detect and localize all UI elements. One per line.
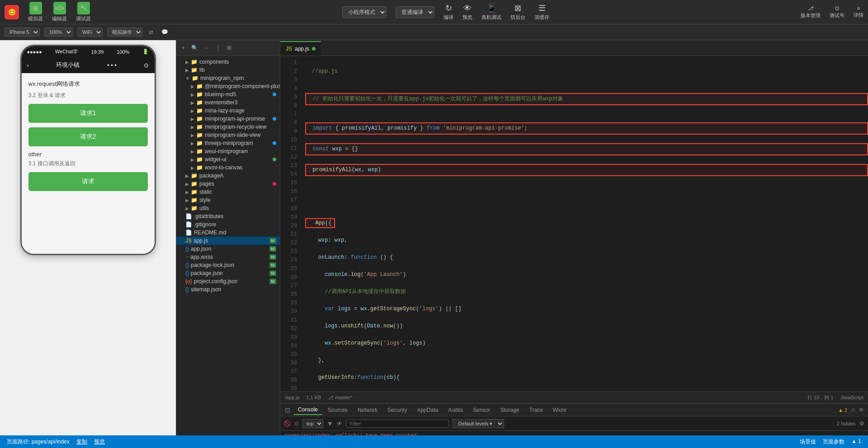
- real-device-btn[interactable]: 📱 真机调试: [481, 3, 501, 21]
- page-path-label: 页面路径: pages/api/index: [7, 438, 70, 446]
- field-value-label: 场景值: [800, 438, 816, 446]
- tree-appwxss[interactable]: ~ app.wxss M: [176, 253, 280, 261]
- dt-tab-appdata[interactable]: AppData: [412, 406, 443, 415]
- phone-panel: ●●●●● WeChat字 19:39 100% 🔋 ‹ 环境小镇 • • • …: [0, 40, 176, 448]
- dt-tab-console[interactable]: Console: [293, 405, 322, 415]
- debugger-btn[interactable]: ⛏ 调试器: [76, 2, 91, 22]
- dt-tab-network[interactable]: Network: [353, 406, 382, 415]
- tree-lib[interactable]: ▶ 📁 lib: [176, 66, 280, 74]
- mode-select[interactable]: 小程序模式: [342, 6, 387, 18]
- console-settings-btn[interactable]: ⚙: [859, 420, 864, 427]
- dt-tab-audits[interactable]: Audits: [443, 406, 467, 415]
- tab-appjs[interactable]: JS app.js: [280, 41, 321, 56]
- tree-package-lock[interactable]: {} package-lock.json M: [176, 261, 280, 269]
- zoom-select[interactable]: 100%: [44, 28, 73, 37]
- console-filter-input[interactable]: [346, 420, 449, 428]
- file-size: 1.1 KB: [306, 395, 321, 400]
- tree-appjson[interactable]: {} app.json M: [176, 245, 280, 253]
- editor-btn[interactable]: </> 编辑器: [52, 2, 67, 22]
- tree-component-plus[interactable]: ▶ 📁 @miniprogram-component-plus: [176, 82, 280, 90]
- console-context-select[interactable]: top: [302, 419, 323, 428]
- tree-api-promise[interactable]: ▶ 📁 miniprogram-api-promise: [176, 115, 280, 123]
- dt-tab-wxml[interactable]: Wxml: [548, 406, 571, 415]
- operation-select[interactable]: 模拟操作: [107, 28, 142, 37]
- detail-btn[interactable]: ≡ 详情: [854, 5, 863, 19]
- dt-tab-sensor[interactable]: Sensor: [469, 406, 495, 415]
- more-file-btn[interactable]: ···: [203, 44, 211, 52]
- error-icon: ⚠: [851, 407, 855, 413]
- file-tree-panel: + 🔍 ··· ⋮ ⊞ ▶ 📁 components ▶ 📁 lib: [176, 40, 280, 448]
- tree-blueimp[interactable]: ▶ 📁 blueimp-md5: [176, 90, 280, 98]
- tree-sitemap[interactable]: {} sitemap.json: [176, 285, 280, 294]
- tree-gitignore[interactable]: 📄 .gitignore: [176, 220, 280, 229]
- tree-filter-btn[interactable]: ⊞: [225, 44, 233, 52]
- cut-btn[interactable]: ⊠ 切后台: [510, 3, 525, 21]
- tree-slide-view[interactable]: ▶ 📁 miniprogram-slide-view: [176, 131, 280, 139]
- tree-mina-lazy[interactable]: ▶ 📁 mina-lazy-image: [176, 107, 280, 115]
- tree-components[interactable]: ▶ 📁 components: [176, 58, 280, 66]
- rotate-btn[interactable]: ⇄: [147, 28, 155, 36]
- console-filter-toggle[interactable]: ⊙: [294, 420, 299, 427]
- refresh-btn[interactable]: ↻ 编译: [443, 3, 453, 21]
- code-area[interactable]: //app.js // 初始化只需要初始化一次，只需要在app.js初始化一次就…: [301, 56, 868, 392]
- copy-link[interactable]: 复制: [76, 438, 87, 446]
- tree-static[interactable]: ▶ 📁 static: [176, 188, 280, 196]
- tree-package-json[interactable]: {} package.json M: [176, 269, 280, 277]
- tree-appjs[interactable]: JS app.js M: [176, 237, 280, 245]
- console-level-select[interactable]: Default levels ▾: [453, 419, 504, 428]
- signal-dots: ●●●●●: [27, 49, 42, 55]
- tree-weui[interactable]: ▶ 📁 weui-miniprogram: [176, 147, 280, 155]
- clear-btn[interactable]: ☰ 清缓存: [534, 3, 549, 21]
- avatar[interactable]: 😊: [5, 5, 19, 19]
- file-tree-toolbar: + 🔍 ··· ⋮ ⊞: [176, 40, 280, 56]
- time: 19:39: [91, 49, 104, 55]
- device-select[interactable]: iPhone 5: [5, 28, 40, 37]
- dt-tab-sources[interactable]: Sources: [323, 406, 352, 415]
- tree-recycle-view[interactable]: ▶ 📁 miniprogram-recycle-view: [176, 123, 280, 131]
- network-select[interactable]: WiFi: [77, 28, 103, 37]
- console-eye-btn[interactable]: 👁: [337, 420, 342, 427]
- speaker-btn[interactable]: 💬: [160, 28, 170, 36]
- editor-tabs: JS app.js: [280, 40, 868, 56]
- request2-btn[interactable]: 请求2: [28, 127, 148, 146]
- tree-utils[interactable]: ▶ 📁 utils: [176, 204, 280, 212]
- tree-options-btn[interactable]: ⋮: [213, 44, 222, 52]
- tab-modified-dot: [312, 47, 316, 51]
- search-file-btn[interactable]: 🔍: [189, 44, 200, 52]
- page-params-label: 页面参数: [823, 438, 844, 446]
- tree-eventemitter[interactable]: ▶ 📁 eventemitter3: [176, 98, 280, 107]
- sub2-title: 3.1 接口调用及返回: [28, 160, 148, 168]
- preview-btn[interactable]: 👁 预览: [462, 4, 472, 21]
- console-dropdown-btn[interactable]: ▼: [327, 420, 333, 427]
- preview-link[interactable]: 预览: [94, 438, 105, 446]
- test-btn[interactable]: ⊡ 测试号: [830, 5, 844, 19]
- tree-gitattributes[interactable]: 📄 .gitattributes: [176, 212, 280, 220]
- compile-select[interactable]: 普通编译: [396, 6, 434, 18]
- request3-btn[interactable]: 请求: [28, 172, 148, 191]
- settings-icon[interactable]: ⚙: [859, 407, 863, 413]
- add-file-btn[interactable]: +: [180, 44, 187, 52]
- tree-wxmi-canvas[interactable]: ▶ 📁 wxmi-to-canvas: [176, 163, 280, 172]
- tree-widget-ui[interactable]: ▶ 📁 widget-ui: [176, 155, 280, 163]
- tree-readme[interactable]: 📄 README.md: [176, 229, 280, 237]
- dt-tab-trace[interactable]: Trace: [525, 406, 547, 415]
- simulator-btn[interactable]: ⊞ 模拟器: [28, 2, 43, 22]
- request1-btn[interactable]: 请求1: [28, 104, 148, 123]
- devtools-icon: ⊡: [285, 406, 290, 414]
- tree-packageA[interactable]: ▶ 📁 packageA: [176, 172, 280, 180]
- console-clear-btn[interactable]: 🚫: [284, 420, 291, 427]
- dt-tab-security[interactable]: Security: [383, 406, 411, 415]
- tree-style[interactable]: ▶ 📁 style: [176, 196, 280, 204]
- tab-label: app.js: [295, 46, 309, 52]
- code-content[interactable]: 12345 678910 1112131415 1617181920 21222…: [280, 56, 868, 392]
- second-toolbar: iPhone 5 100% WiFi 模拟操作 ⇄ 💬: [0, 24, 868, 40]
- section2-title: other: [28, 151, 148, 158]
- version-btn[interactable]: ⎇ 版本管理: [801, 5, 821, 19]
- line-col-info: 行 10，列 1: [807, 394, 833, 401]
- tree-project-config[interactable]: {o} project.config.json M: [176, 277, 280, 285]
- tree-threejs[interactable]: ▶ 📁 threejs-miniprogram: [176, 139, 280, 147]
- phone-status-bar: ●●●●● WeChat字 19:39 100% 🔋: [22, 46, 155, 57]
- tree-pages[interactable]: ▶ 📁 pages: [176, 180, 280, 188]
- tree-miniprogram-npm[interactable]: ▼ 📁 miniprogram_npm: [176, 74, 280, 82]
- dt-tab-storage[interactable]: Storage: [496, 406, 524, 415]
